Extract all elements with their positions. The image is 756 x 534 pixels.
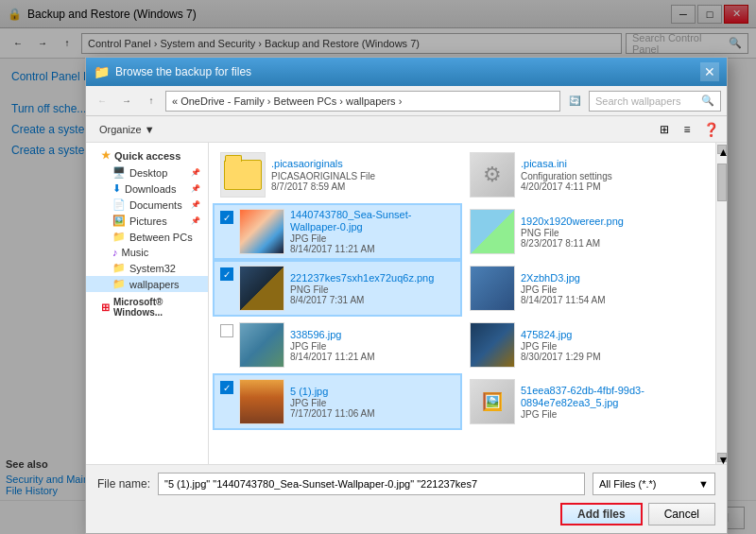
ms-icon: ⊞ <box>101 301 110 314</box>
file-info-1920: 1920x1920wereer.png PNG File 8/23/2017 8… <box>521 215 704 249</box>
scrollbar[interactable]: ▲ ▼ <box>715 143 727 464</box>
add-files-button[interactable]: Add files <box>560 503 643 525</box>
filetype-select[interactable]: All Files (*.*) ▼ <box>593 473 715 495</box>
organize-button[interactable]: Organize ▼ <box>94 122 161 137</box>
file-thumb-338596 <box>239 322 284 368</box>
checkbox-5-1[interactable]: ✓ <box>220 381 233 394</box>
pin-icon-downloads: 📌 <box>191 184 200 193</box>
pin-icon-documents: 📌 <box>191 200 200 209</box>
quick-access-label: Quick access <box>114 150 180 162</box>
file-item-475824[interactable]: 475824.jpg JPG File 8/30/2017 1:29 PM <box>462 317 712 373</box>
sidebar-item-downloads[interactable]: ⬇ Downloads 📌 <box>86 181 208 197</box>
dialog-address-bar: ← → ↑ « OneDrive - Family › Between PCs … <box>86 86 727 116</box>
action-row: Add files Cancel <box>97 503 715 525</box>
checkbox-338596[interactable] <box>220 324 233 337</box>
checkbox-1440743780[interactable]: ✓ <box>220 211 233 224</box>
file-date-221237: 8/4/2017 7:31 AM <box>290 295 455 305</box>
sidebar-item-between-pcs[interactable]: 📁 Between PCs <box>86 229 208 245</box>
system32-label: System32 <box>129 263 176 274</box>
file-type-338596: JPG File <box>290 341 455 352</box>
scroll-down[interactable]: ▼ <box>717 453 727 462</box>
dialog-search-box[interactable]: Search wallpapers 🔍 <box>589 91 721 112</box>
help-icon: ❓ <box>703 122 719 137</box>
file-thumb-picasaini: ⚙ <box>470 152 515 198</box>
refresh-button[interactable]: 🔄 <box>564 91 585 112</box>
file-thumb-475824 <box>470 322 515 368</box>
file-browser-dialog: 📁 Browse the backup for files ✕ ← → ↑ « … <box>85 57 728 534</box>
file-item-338596[interactable]: 338596.jpg JPG File 8/14/2017 11:21 AM <box>213 317 462 373</box>
file-type-5-1: JPG File <box>290 398 455 408</box>
file-item-picasaoriginals[interactable]: .picasaoriginals PICASAORIGINALS File 8/… <box>213 146 462 203</box>
ms-label: Microsoft® Windows... <box>113 297 200 318</box>
file-type-picasaini: Configuration settings <box>521 171 704 181</box>
sidebar-item-wallpapers[interactable]: 📁 wallpapers <box>86 276 208 292</box>
file-item-picasaini[interactable]: ⚙ .picasa.ini Configuration settings 4/2… <box>462 146 712 203</box>
file-info-2xzbh: 2XzbhD3.jpg JPG File 8/14/2017 11:54 AM <box>521 272 704 305</box>
filename-input[interactable] <box>158 473 585 495</box>
add-files-label: Add files <box>577 508 626 521</box>
filename-label: File name: <box>97 477 150 491</box>
microsoft-header[interactable]: ⊞ Microsoft® Windows... <box>86 294 208 320</box>
file-type-221237: PNG File <box>290 284 455 295</box>
sidebar-item-music[interactable]: ♪ Music <box>86 245 208 260</box>
quick-access-header[interactable]: ★ Quick access <box>86 146 208 164</box>
details-view-button[interactable]: ≡ <box>677 119 697 140</box>
file-date-338596: 8/14/2017 11:21 AM <box>290 352 455 362</box>
dialog-breadcrumb[interactable]: « OneDrive - Family › Between PCs › wall… <box>165 91 560 112</box>
dialog-titlebar: 📁 Browse the backup for files ✕ <box>86 58 727 86</box>
dialog-forward-button[interactable]: → <box>116 91 137 112</box>
file-date-5-1: 7/17/2017 11:06 AM <box>290 408 455 419</box>
file-item-1440743780[interactable]: ✓ 1440743780_Sea-Sunset-Wallpaper-0.jpg … <box>213 203 462 260</box>
file-grid: .picasaoriginals PICASAORIGINALS File 8/… <box>209 143 715 464</box>
file-type-picasaoriginals: PICASAORIGINALS File <box>271 171 455 181</box>
dialog-search-icon: 🔍 <box>701 95 714 107</box>
file-name-338596: 338596.jpg <box>290 329 455 341</box>
file-name-1920: 1920x1920wereer.png <box>521 215 704 228</box>
documents-label: Documents <box>129 199 182 211</box>
file-type-2xzbh: JPG File <box>521 284 704 295</box>
sidebar-item-system32[interactable]: 📁 System32 <box>86 260 208 276</box>
between-pcs-icon: 📁 <box>112 231 126 243</box>
sidebar-item-documents[interactable]: 📄 Documents 📌 <box>86 197 208 213</box>
preview-view-button[interactable]: ⊞ <box>654 119 675 140</box>
dialog-back-button[interactable]: ← <box>92 91 112 112</box>
file-type-51eea837: JPG File <box>521 409 704 420</box>
filetype-dropdown-icon: ▼ <box>698 478 709 490</box>
dialog-title-area: 📁 Browse the backup for files <box>94 64 251 79</box>
view-buttons: ⊞ ≡ ❓ <box>654 119 719 140</box>
filetype-label: All Files (*.*) <box>599 478 657 490</box>
file-date-1920: 8/23/2017 8:11 AM <box>521 238 704 249</box>
dialog-up-button[interactable]: ↑ <box>141 91 162 112</box>
file-item-221237[interactable]: ✓ 221237kes7sxh1ex72uq6z.png PNG File 8/… <box>213 260 462 317</box>
file-info-475824: 475824.jpg JPG File 8/30/2017 1:29 PM <box>521 329 704 362</box>
file-item-2xzbh[interactable]: 2XzbhD3.jpg JPG File 8/14/2017 11:54 AM <box>462 260 712 317</box>
file-name-475824: 475824.jpg <box>521 329 704 341</box>
file-name-1440743780: 1440743780_Sea-Sunset-Wallpaper-0.jpg <box>290 209 455 233</box>
file-date-2xzbh: 8/14/2017 11:54 AM <box>521 295 704 305</box>
file-name-2xzbh: 2XzbhD3.jpg <box>521 272 704 284</box>
file-info-338596: 338596.jpg JPG File 8/14/2017 11:21 AM <box>290 329 455 362</box>
scroll-thumb[interactable] <box>717 164 727 201</box>
pictures-icon: 🖼️ <box>112 215 126 227</box>
sidebar-item-pictures[interactable]: 🖼️ Pictures 📌 <box>86 213 208 229</box>
file-item-5-1[interactable]: ✓ 5 (1).jpg JPG File 7/17/2017 11:06 AM <box>213 373 462 430</box>
dialog-breadcrumb-text: « OneDrive - Family › Between PCs › wall… <box>172 95 402 107</box>
file-item-1920[interactable]: 1920x1920wereer.png PNG File 8/23/2017 8… <box>462 203 712 260</box>
dialog-toolbar: Organize ▼ ⊞ ≡ ❓ <box>86 116 727 143</box>
organize-label: Organize ▼ <box>99 124 155 135</box>
file-name-221237: 221237kes7sxh1ex72uq6z.png <box>290 272 455 284</box>
file-thumb-1440743780 <box>239 209 284 254</box>
dialog-cancel-button[interactable]: Cancel <box>648 503 715 525</box>
pictures-label: Pictures <box>129 215 167 227</box>
sidebar-item-desktop[interactable]: 🖥️ Desktop 📌 <box>86 164 208 181</box>
quick-access-section: ★ Quick access 🖥️ Desktop 📌 ⬇ Downloads … <box>86 146 208 292</box>
wallpapers-label: wallpapers <box>129 279 180 290</box>
pin-icon-pictures: 📌 <box>191 216 200 225</box>
dialog-bottom: File name: All Files (*.*) ▼ Add files C… <box>86 464 727 533</box>
dialog-close-button[interactable]: ✕ <box>700 62 719 81</box>
file-item-51eea837[interactable]: 🖼️ 51eea837-62db-4fbf-99d3-0894e7e82ea3_… <box>462 373 712 430</box>
scroll-up[interactable]: ▲ <box>717 145 727 154</box>
star-icon: ★ <box>101 149 111 162</box>
checkbox-221237[interactable]: ✓ <box>220 267 233 281</box>
file-info-1440743780: 1440743780_Sea-Sunset-Wallpaper-0.jpg JP… <box>290 209 455 254</box>
